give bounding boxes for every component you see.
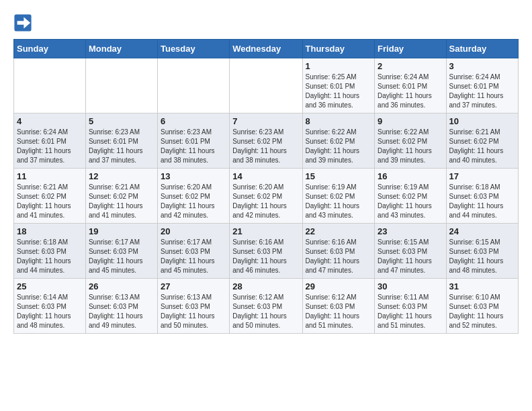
day-number: 5 <box>89 116 154 126</box>
calendar-cell: 30Sunrise: 6:11 AM Sunset: 6:03 PM Dayli… <box>375 279 446 334</box>
calendar-cell: 2Sunrise: 6:24 AM Sunset: 6:01 PM Daylig… <box>375 58 446 113</box>
calendar-cell: 20Sunrise: 6:17 AM Sunset: 6:03 PM Dayli… <box>157 224 229 279</box>
day-header-saturday: Saturday <box>446 40 518 58</box>
day-number: 11 <box>17 171 83 181</box>
day-detail: Sunrise: 6:13 AM Sunset: 6:03 PM Dayligh… <box>89 293 154 330</box>
day-detail: Sunrise: 6:20 AM Sunset: 6:02 PM Dayligh… <box>232 183 299 220</box>
calendar-cell: 11Sunrise: 6:21 AM Sunset: 6:02 PM Dayli… <box>14 169 86 224</box>
calendar-cell: 15Sunrise: 6:19 AM Sunset: 6:02 PM Dayli… <box>302 169 375 224</box>
day-detail: Sunrise: 6:11 AM Sunset: 6:03 PM Dayligh… <box>378 293 443 330</box>
calendar-cell: 14Sunrise: 6:20 AM Sunset: 6:02 PM Dayli… <box>230 169 302 224</box>
calendar-cell: 16Sunrise: 6:19 AM Sunset: 6:02 PM Dayli… <box>375 169 446 224</box>
day-number: 15 <box>306 171 372 181</box>
day-number: 13 <box>161 171 226 181</box>
day-number: 3 <box>449 61 515 71</box>
day-number: 24 <box>449 226 515 236</box>
day-header-tuesday: Tuesday <box>157 40 229 58</box>
day-number: 21 <box>232 226 299 236</box>
calendar-body: 1Sunrise: 6:25 AM Sunset: 6:01 PM Daylig… <box>14 58 519 334</box>
day-detail: Sunrise: 6:24 AM Sunset: 6:01 PM Dayligh… <box>17 128 83 165</box>
day-detail: Sunrise: 6:14 AM Sunset: 6:03 PM Dayligh… <box>17 293 83 330</box>
calendar-cell <box>85 58 157 113</box>
day-detail: Sunrise: 6:19 AM Sunset: 6:02 PM Dayligh… <box>306 183 372 220</box>
calendar-cell: 6Sunrise: 6:23 AM Sunset: 6:01 PM Daylig… <box>157 113 229 169</box>
calendar-cell: 4Sunrise: 6:24 AM Sunset: 6:01 PM Daylig… <box>14 113 86 169</box>
day-detail: Sunrise: 6:15 AM Sunset: 6:03 PM Dayligh… <box>449 238 515 275</box>
day-header-sunday: Sunday <box>14 40 86 58</box>
calendar-cell: 22Sunrise: 6:16 AM Sunset: 6:03 PM Dayli… <box>302 224 375 279</box>
day-detail: Sunrise: 6:22 AM Sunset: 6:02 PM Dayligh… <box>378 128 443 165</box>
day-detail: Sunrise: 6:21 AM Sunset: 6:02 PM Dayligh… <box>449 128 515 165</box>
calendar-cell: 12Sunrise: 6:21 AM Sunset: 6:02 PM Dayli… <box>85 169 157 224</box>
day-detail: Sunrise: 6:12 AM Sunset: 6:03 PM Dayligh… <box>306 293 372 330</box>
calendar-cell: 5Sunrise: 6:23 AM Sunset: 6:01 PM Daylig… <box>85 113 157 169</box>
calendar-cell <box>157 58 229 113</box>
day-number: 9 <box>378 116 443 126</box>
day-detail: Sunrise: 6:23 AM Sunset: 6:01 PM Dayligh… <box>161 128 226 165</box>
logo-icon <box>13 13 32 32</box>
calendar-table: SundayMondayTuesdayWednesdayThursdayFrid… <box>13 39 519 334</box>
calendar-week-4: 18Sunrise: 6:18 AM Sunset: 6:03 PM Dayli… <box>14 224 519 279</box>
calendar-cell: 19Sunrise: 6:17 AM Sunset: 6:03 PM Dayli… <box>85 224 157 279</box>
day-number: 7 <box>232 116 299 126</box>
calendar-cell: 27Sunrise: 6:13 AM Sunset: 6:03 PM Dayli… <box>157 279 229 334</box>
calendar-cell: 24Sunrise: 6:15 AM Sunset: 6:03 PM Dayli… <box>446 224 518 279</box>
calendar-week-1: 1Sunrise: 6:25 AM Sunset: 6:01 PM Daylig… <box>14 58 519 113</box>
day-detail: Sunrise: 6:21 AM Sunset: 6:02 PM Dayligh… <box>89 183 154 220</box>
calendar-header: SundayMondayTuesdayWednesdayThursdayFrid… <box>14 40 519 58</box>
day-header-friday: Friday <box>375 40 446 58</box>
day-detail: Sunrise: 6:17 AM Sunset: 6:03 PM Dayligh… <box>89 238 154 275</box>
day-detail: Sunrise: 6:23 AM Sunset: 6:01 PM Dayligh… <box>89 128 154 165</box>
day-number: 4 <box>17 116 83 126</box>
day-detail: Sunrise: 6:18 AM Sunset: 6:03 PM Dayligh… <box>17 238 83 275</box>
day-header-thursday: Thursday <box>302 40 375 58</box>
calendar-cell: 17Sunrise: 6:18 AM Sunset: 6:03 PM Dayli… <box>446 169 518 224</box>
day-number: 6 <box>161 116 226 126</box>
calendar-cell: 28Sunrise: 6:12 AM Sunset: 6:03 PM Dayli… <box>230 279 302 334</box>
day-number: 10 <box>449 116 515 126</box>
day-number: 14 <box>232 171 299 181</box>
day-number: 12 <box>89 171 154 181</box>
day-number: 26 <box>89 281 154 291</box>
day-detail: Sunrise: 6:12 AM Sunset: 6:03 PM Dayligh… <box>232 293 299 330</box>
calendar-cell: 18Sunrise: 6:18 AM Sunset: 6:03 PM Dayli… <box>14 224 86 279</box>
day-detail: Sunrise: 6:23 AM Sunset: 6:02 PM Dayligh… <box>232 128 299 165</box>
day-detail: Sunrise: 6:13 AM Sunset: 6:03 PM Dayligh… <box>161 293 226 330</box>
calendar-cell: 21Sunrise: 6:16 AM Sunset: 6:03 PM Dayli… <box>230 224 302 279</box>
day-detail: Sunrise: 6:22 AM Sunset: 6:02 PM Dayligh… <box>306 128 372 165</box>
day-number: 22 <box>306 226 372 236</box>
day-detail: Sunrise: 6:16 AM Sunset: 6:03 PM Dayligh… <box>232 238 299 275</box>
calendar-cell: 31Sunrise: 6:10 AM Sunset: 6:03 PM Dayli… <box>446 279 518 334</box>
day-detail: Sunrise: 6:16 AM Sunset: 6:03 PM Dayligh… <box>306 238 372 275</box>
day-number: 30 <box>378 281 443 291</box>
calendar-cell: 25Sunrise: 6:14 AM Sunset: 6:03 PM Dayli… <box>14 279 86 334</box>
calendar-cell: 7Sunrise: 6:23 AM Sunset: 6:02 PM Daylig… <box>230 113 302 169</box>
calendar-cell: 10Sunrise: 6:21 AM Sunset: 6:02 PM Dayli… <box>446 113 518 169</box>
calendar-cell: 3Sunrise: 6:24 AM Sunset: 6:01 PM Daylig… <box>446 58 518 113</box>
day-number: 17 <box>449 171 515 181</box>
day-number: 25 <box>17 281 83 291</box>
day-number: 16 <box>378 171 443 181</box>
calendar-cell: 26Sunrise: 6:13 AM Sunset: 6:03 PM Dayli… <box>85 279 157 334</box>
calendar-week-3: 11Sunrise: 6:21 AM Sunset: 6:02 PM Dayli… <box>14 169 519 224</box>
day-detail: Sunrise: 6:15 AM Sunset: 6:03 PM Dayligh… <box>378 238 443 275</box>
day-header-monday: Monday <box>85 40 157 58</box>
day-number: 27 <box>161 281 226 291</box>
day-header-wednesday: Wednesday <box>230 40 302 58</box>
day-detail: Sunrise: 6:17 AM Sunset: 6:03 PM Dayligh… <box>161 238 226 275</box>
calendar-cell: 23Sunrise: 6:15 AM Sunset: 6:03 PM Dayli… <box>375 224 446 279</box>
calendar-cell: 13Sunrise: 6:20 AM Sunset: 6:02 PM Dayli… <box>157 169 229 224</box>
day-number: 23 <box>378 226 443 236</box>
calendar-week-2: 4Sunrise: 6:24 AM Sunset: 6:01 PM Daylig… <box>14 113 519 169</box>
day-detail: Sunrise: 6:18 AM Sunset: 6:03 PM Dayligh… <box>449 183 515 220</box>
day-detail: Sunrise: 6:21 AM Sunset: 6:02 PM Dayligh… <box>17 183 83 220</box>
calendar-cell: 8Sunrise: 6:22 AM Sunset: 6:02 PM Daylig… <box>302 113 375 169</box>
day-number: 8 <box>306 116 372 126</box>
day-detail: Sunrise: 6:20 AM Sunset: 6:02 PM Dayligh… <box>161 183 226 220</box>
day-number: 29 <box>306 281 372 291</box>
calendar-cell <box>230 58 302 113</box>
day-number: 18 <box>17 226 83 236</box>
header <box>13 13 519 32</box>
calendar-week-5: 25Sunrise: 6:14 AM Sunset: 6:03 PM Dayli… <box>14 279 519 334</box>
day-number: 2 <box>378 61 443 71</box>
